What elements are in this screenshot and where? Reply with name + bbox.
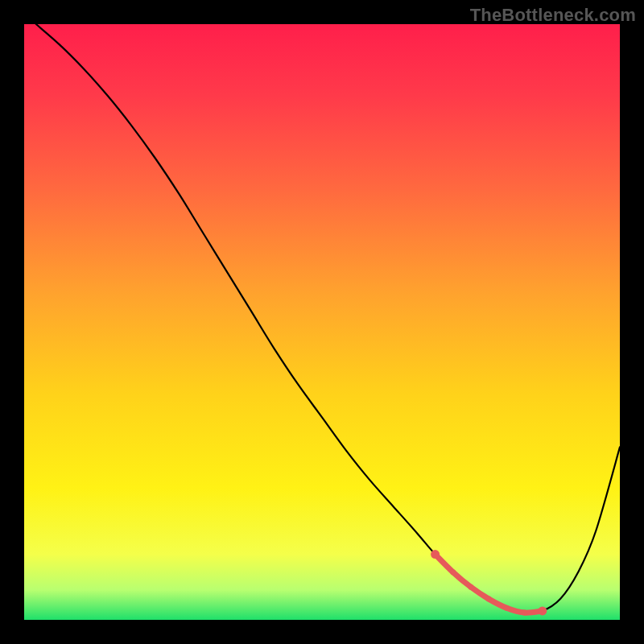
svg-point-1 [450,569,456,575]
svg-point-0 [431,550,440,559]
svg-point-3 [486,597,492,602]
chart-svg [24,24,620,620]
svg-point-5 [522,610,527,616]
plot-background [24,24,620,620]
chart-container: TheBottleneck.com [0,0,644,644]
svg-point-2 [469,584,474,590]
watermark-text: TheBottleneck.com [470,5,636,26]
svg-point-6 [538,606,547,615]
svg-point-4 [504,605,510,611]
